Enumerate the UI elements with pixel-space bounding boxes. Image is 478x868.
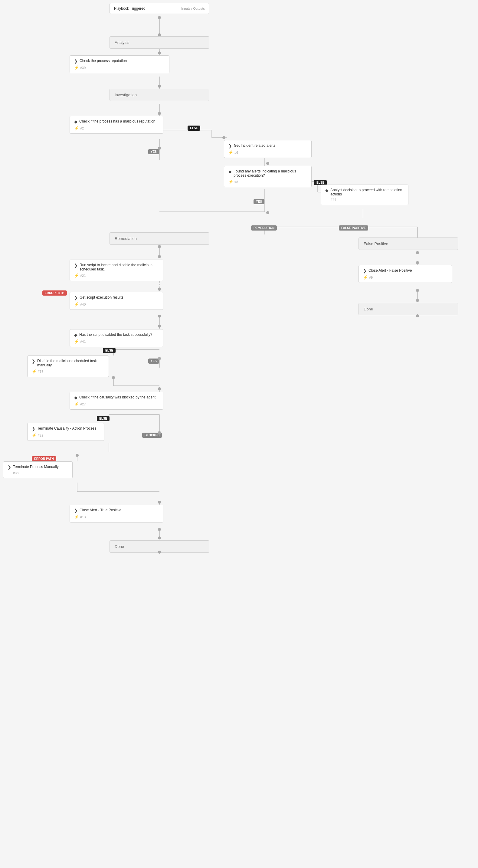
diamond-icon: ◆	[325, 188, 328, 193]
check-causality-blocked-node[interactable]: ◆ Check if the causality was blocked by …	[70, 392, 163, 410]
connector-dot	[222, 136, 225, 139]
false-positive-badge: FALSE POSITIVE	[339, 225, 368, 230]
connector-dot	[266, 211, 269, 214]
close-alert-fp-num: #9	[369, 276, 373, 279]
bolt-icon: ⚡	[74, 273, 79, 278]
run-script-num: #21	[80, 274, 86, 277]
inputs-outputs-label: Inputs / Outputs	[181, 7, 205, 10]
connector-dot	[76, 454, 79, 457]
connector-dot	[158, 357, 161, 360]
bolt-icon: ⚡	[363, 275, 368, 280]
play-icon: ❯	[74, 295, 78, 300]
run-script-label: Run script to locate and disable the mal…	[79, 263, 159, 271]
terminate-causality-label: Terminate Causality - Action Process	[37, 426, 96, 431]
connector-dot	[416, 261, 419, 264]
diamond-icon: ◆	[74, 119, 77, 124]
connector-dot	[158, 528, 161, 531]
get-incident-alerts-label: Get Incident related alerts	[234, 144, 275, 148]
terminate-causality-node[interactable]: ❯ Terminate Causality - Action Process ⚡…	[27, 423, 104, 441]
has-script-disabled-num: #41	[80, 340, 86, 343]
get-incident-alerts-node[interactable]: ❯ Get Incident related alerts ⚡ #6	[224, 140, 312, 158]
play-icon: ❯	[74, 59, 78, 64]
play-icon: ❯	[74, 263, 78, 268]
connector-dot	[158, 147, 161, 150]
connector-dot	[158, 52, 161, 55]
connector-dot	[158, 85, 161, 88]
connector-dot	[158, 255, 161, 258]
connector-dot	[158, 324, 161, 328]
connector-dot	[158, 315, 161, 318]
close-alert-tp-num: #13	[80, 515, 86, 519]
terminate-manually-num: #38	[13, 471, 19, 475]
check-malicious-num: #2	[80, 126, 84, 130]
check-process-rep-node[interactable]: ❯ Check the process reputation ⚡ #39	[70, 55, 169, 73]
play-icon: ❯	[228, 144, 232, 148]
connector-dot	[416, 314, 419, 317]
connector-dot	[112, 376, 115, 379]
yes-badge-2: YES	[254, 199, 264, 204]
done-fp-label: Done	[364, 307, 373, 311]
close-alert-fp-node[interactable]: ❯ Close Alert - False Positive ⚡ #9	[358, 265, 452, 283]
check-process-rep-num: #39	[80, 66, 86, 70]
analysis-label: Analysis	[115, 40, 129, 45]
bolt-icon: ⚡	[74, 65, 79, 70]
connector-dot	[158, 245, 161, 248]
bolt-icon: ⚡	[228, 150, 233, 155]
close-alert-tp-node[interactable]: ❯ Close Alert - True Positive ⚡ #13	[70, 505, 163, 523]
play-icon: ❯	[363, 268, 367, 273]
yes-badge-1: YES	[148, 149, 159, 154]
error-path-badge-2: ERROR PATH	[32, 456, 56, 461]
disable-manually-num: #37	[38, 370, 43, 373]
disable-manually-node[interactable]: ❯ Disable the malicious scheduled task m…	[27, 355, 109, 377]
close-alert-fp-label: Close Alert - False Positive	[369, 268, 412, 273]
bolt-icon: ⚡	[74, 339, 79, 344]
found-alerts-label: Found any alerts indicating a malicious …	[233, 169, 307, 178]
bolt-icon: ⚡	[74, 402, 79, 406]
diamond-icon: ◆	[74, 395, 77, 400]
diamond-icon: ◆	[228, 169, 232, 174]
error-path-badge-1: ERROR PATH	[42, 290, 67, 296]
check-process-rep-label: Check the process reputation	[79, 59, 127, 63]
analyst-decision-num: #44	[331, 198, 336, 202]
check-causality-blocked-label: Check if the causality was blocked by th…	[79, 395, 156, 399]
check-malicious-node[interactable]: ◆ Check if the process has a malicious r…	[70, 116, 163, 134]
play-icon: ❯	[7, 465, 11, 470]
bolt-icon: ⚡	[32, 369, 37, 374]
get-script-results-num: #40	[80, 303, 86, 306]
terminate-manually-label: Terminate Process Manually	[13, 465, 59, 469]
get-incident-alerts-num: #6	[234, 151, 238, 154]
terminate-causality-num: #29	[38, 434, 43, 437]
remediation-label: Remediation	[115, 236, 137, 241]
run-script-node[interactable]: ❯ Run script to locate and disable the m…	[70, 259, 163, 281]
play-icon: ❯	[74, 508, 78, 513]
has-script-disabled-label: Has the script disabled the task success…	[79, 333, 152, 337]
else-badge-4: ELSE	[97, 416, 109, 421]
bolt-icon: ⚡	[228, 179, 233, 184]
connector-dot	[266, 162, 269, 165]
connector-dot	[416, 251, 419, 254]
playbook-triggered-label: Playbook Triggered	[114, 6, 145, 10]
get-script-results-node[interactable]: ❯ Get script execution results ⚡ #40	[70, 292, 163, 310]
get-script-results-label: Get script execution results	[79, 295, 123, 300]
bolt-icon: ⚡	[74, 302, 79, 307]
has-script-disabled-node[interactable]: ◆ Has the script disabled the task succe…	[70, 329, 163, 347]
diamond-icon: ◆	[74, 333, 77, 337]
analysis-section: Analysis	[109, 36, 209, 49]
disable-manually-label: Disable the malicious scheduled task man…	[37, 359, 104, 367]
found-alerts-num: #8	[234, 180, 238, 184]
connector-dot	[416, 299, 419, 302]
analyst-decision-label: Analyst decision to proceed with remedia…	[330, 188, 404, 196]
found-alerts-node[interactable]: ◆ Found any alerts indicating a maliciou…	[224, 166, 312, 187]
analyst-decision-node[interactable]: ◆ Analyst decision to proceed with remed…	[321, 185, 408, 205]
playbook-triggered-node[interactable]: Playbook Triggered Inputs / Outputs	[109, 3, 209, 14]
done-main-label: Done	[115, 544, 124, 549]
else-badge-3: ELSE	[103, 348, 116, 353]
terminate-manually-node[interactable]: ❯ Terminate Process Manually #38	[3, 461, 73, 478]
else-badge-1: ELSE	[188, 126, 200, 131]
investigation-label: Investigation	[115, 93, 137, 97]
connector-dot	[158, 431, 161, 434]
connector-dot	[158, 112, 161, 115]
connector-dot	[158, 16, 161, 19]
check-causality-blocked-num: #27	[80, 402, 86, 406]
false-positive-label: False Positive	[364, 242, 388, 246]
